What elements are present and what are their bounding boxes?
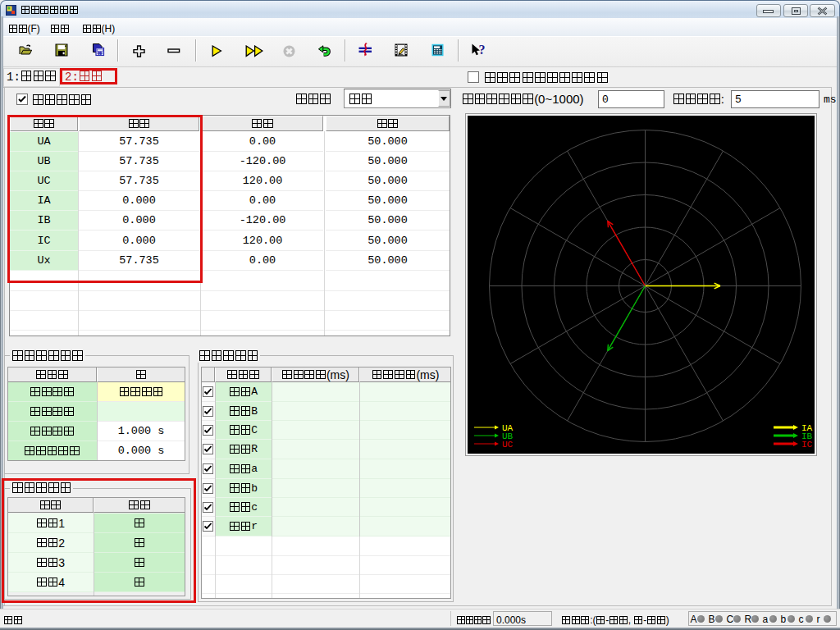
svg-text:?: ? [479, 43, 486, 57]
svg-text:w: w [97, 50, 103, 56]
svg-text:IC: IC [801, 440, 813, 450]
svg-text:UC: UC [502, 440, 514, 450]
